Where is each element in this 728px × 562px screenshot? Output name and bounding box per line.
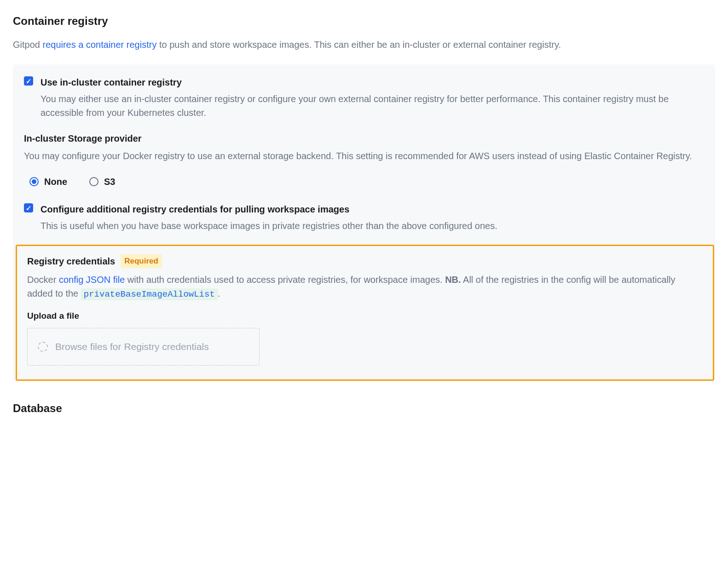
additional-creds-checkbox[interactable]: ✓ (24, 203, 33, 212)
registry-credentials-highlight: Registry credentials Required Docker con… (16, 245, 714, 381)
reg-nb: NB. (445, 275, 461, 285)
registry-credentials-title: Registry credentials (27, 254, 115, 268)
reg-desc-mid: with auth credentials used to access pri… (125, 275, 445, 285)
radio-none-label: None (44, 175, 67, 189)
storage-provider-title: In-cluster Storage provider (24, 132, 706, 145)
container-registry-panel: ✓ Use in-cluster container registry You … (13, 64, 715, 382)
additional-creds-desc: This is useful when you have base worksp… (40, 219, 706, 233)
reg-desc-after: . (218, 288, 220, 298)
intro-paragraph: Gitpod requires a container registry to … (13, 38, 715, 52)
storage-provider-desc: You may configure your Docker registry t… (24, 149, 706, 163)
use-in-cluster-option: ✓ Use in-cluster container registry You … (24, 75, 706, 120)
required-badge: Required (121, 254, 162, 268)
additional-creds-option: ✓ Configure additional registry credenti… (24, 202, 706, 233)
radio-s3 (89, 177, 98, 186)
use-in-cluster-checkbox[interactable]: ✓ (24, 76, 33, 86)
file-dropzone[interactable]: Browse files for Registry credentials (27, 328, 260, 366)
intro-prefix: Gitpod (13, 40, 42, 50)
registry-credentials-desc: Docker config JSON file with auth creden… (27, 273, 703, 301)
requires-registry-link[interactable]: requires a container registry (42, 40, 156, 50)
upload-spinner-icon (38, 342, 48, 352)
check-icon: ✓ (26, 205, 32, 212)
additional-creds-title: Configure additional registry credential… (40, 202, 706, 216)
config-json-link[interactable]: config JSON file (59, 275, 125, 285)
use-in-cluster-desc: You may either use an in-cluster contain… (40, 92, 706, 120)
upload-file-title: Upload a file (27, 310, 703, 323)
radio-option-none[interactable]: None (29, 175, 67, 189)
use-in-cluster-title: Use in-cluster container registry (40, 75, 706, 89)
code-allowlist: privateBaseImageAllowList (81, 288, 218, 300)
intro-suffix: to push and store workspace images. This… (156, 40, 561, 50)
reg-desc-prefix: Docker (27, 275, 59, 285)
database-heading: Database (13, 400, 715, 417)
dropzone-text: Browse files for Registry credentials (55, 339, 209, 354)
radio-s3-label: S3 (104, 175, 115, 189)
check-icon: ✓ (26, 78, 32, 85)
radio-dot-icon (32, 179, 36, 184)
radio-none (29, 177, 39, 186)
section-heading: Container registry (13, 13, 715, 29)
radio-option-s3[interactable]: S3 (89, 175, 115, 189)
storage-radio-group: None S3 (24, 175, 706, 189)
